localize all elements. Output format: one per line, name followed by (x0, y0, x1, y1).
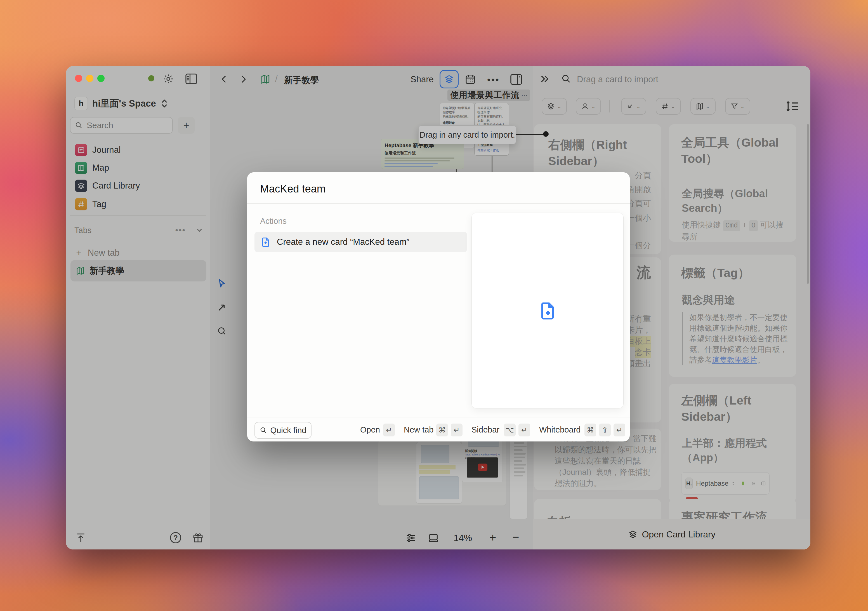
shift-key-icon: ⇧ (599, 424, 611, 437)
actions-section-label: Actions (260, 216, 287, 226)
modal-divider (247, 203, 630, 204)
window-controls (75, 75, 105, 82)
enter-key-icon: ↵ (518, 424, 530, 437)
quick-find-mode-button[interactable]: Quick find (254, 422, 312, 438)
search-icon (260, 427, 267, 434)
close-window-button[interactable] (75, 75, 82, 82)
open-shortcut-label: Open (360, 425, 380, 434)
newtab-shortcut-label: New tab (404, 425, 434, 434)
create-card-action[interactable]: Create a new card “MacKed team” (254, 232, 467, 252)
minimize-window-button[interactable] (86, 75, 93, 82)
option-key-icon: ⌥ (504, 424, 516, 437)
zoom-window-button[interactable] (97, 75, 105, 82)
sidebar-shortcut-label: Sidebar (471, 425, 499, 434)
enter-key-icon: ↵ (614, 424, 625, 437)
cmd-key-icon: ⌘ (436, 424, 448, 437)
enter-key-icon: ↵ (451, 424, 462, 437)
cmd-key-icon: ⌘ (584, 424, 596, 437)
quick-find-query-input[interactable]: MacKed team (260, 183, 326, 195)
whiteboard-shortcut-label: Whiteboard (539, 425, 581, 434)
app-window: h hi里面's Space Search + Journal Map Card (66, 66, 811, 549)
new-card-doc-icon (538, 301, 557, 320)
enter-key-icon: ↵ (383, 424, 395, 437)
card-preview-pane (471, 213, 624, 409)
quick-find-modal: MacKed team Actions Create a new card “M… (247, 173, 630, 442)
new-card-doc-icon (260, 237, 271, 247)
modal-footer: Quick find Open ↵ New tab ⌘ ↵ Sidebar ⌥ … (247, 417, 630, 442)
